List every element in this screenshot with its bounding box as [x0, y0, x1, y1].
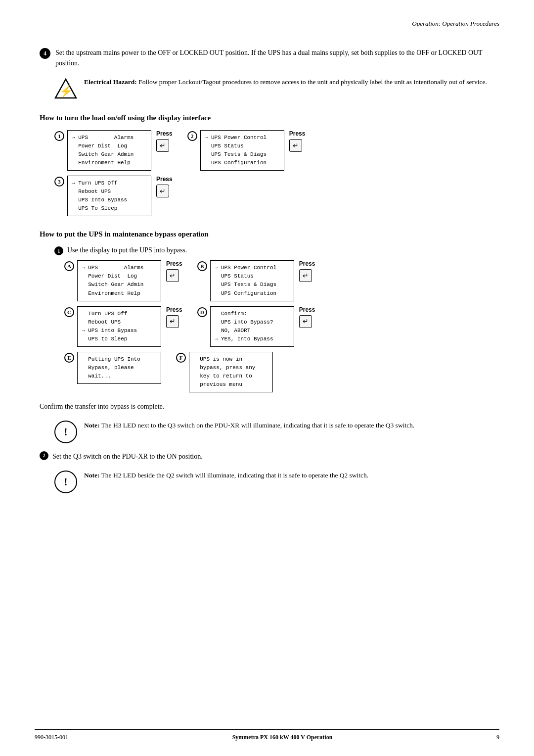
screen-b-line3: UPS Tests & Diags — [215, 282, 276, 287]
screen-e-line1: Putting UPS Into — [82, 356, 140, 362]
screen-1-line1: → UPS Alarms — [72, 135, 134, 141]
footer-center: Symmetra PX 160 kW 400 V Operation — [232, 734, 333, 741]
screen-3-enter-btn[interactable]: ↵ — [156, 185, 169, 197]
step-4: 4 Set the upstream mains power to the OF… — [40, 47, 499, 68]
screen-2-label: 2 — [187, 131, 197, 141]
note1-icon: ! — [54, 421, 77, 443]
screen-c-box: Turn UPS Off Reboot UPS → UPS into Bypas… — [77, 306, 161, 347]
screen-d-label: D — [197, 307, 207, 317]
screen-a-press-label: Press — [166, 260, 182, 267]
note1-bold: Note: — [84, 422, 99, 429]
screen-3-content: → Turn UPS Off Reboot UPS UPS Into Bypas… — [67, 176, 151, 216]
screen-f-line2: bypass, press any — [193, 365, 255, 371]
step-2-text: Set the Q3 switch on the PDU-XR to the O… — [52, 451, 203, 462]
screen-1-box: → UPS Alarms Power Dist Log Switch Gear … — [67, 130, 151, 171]
warning-icon: ⚡ — [54, 77, 77, 100]
screen-1-press-group: Press ↵ — [156, 130, 173, 152]
note1-box: ! Note: The H3 LED next to the Q3 switch… — [54, 421, 499, 443]
screen-d-enter-btn[interactable]: ↵ — [299, 315, 312, 328]
screen-3-line3: UPS Into Bypass — [72, 197, 127, 203]
confirm-text: Confirm the transfer into bypass is comp… — [40, 401, 499, 412]
note2-text: Note: The H2 LED beside the Q2 switch wi… — [84, 471, 499, 480]
section2-screens-row1: A → UPS Alarms Power Dist Log Switch Gea… — [64, 260, 499, 301]
screen-3-press-label: Press — [156, 176, 173, 183]
screen-e-line3: wait... — [82, 373, 111, 379]
note2-bold: Note: — [84, 472, 99, 479]
screen-e-label: E — [64, 353, 74, 363]
screen-b-line2: UPS Status — [215, 273, 254, 279]
screen-d-line4: → YES, Into Bypass — [215, 336, 273, 342]
screen-e-group: E Putting UPS Into Bypass, please wait..… — [64, 352, 161, 392]
screen-f-group: F UPS is now in bypass, press any key to… — [176, 352, 273, 392]
screen-c-line1: Turn UPS Off — [82, 311, 127, 317]
step-2: 2 Set the Q3 switch on the PDU-XR to the… — [40, 451, 499, 462]
footer-left: 990-3015-001 — [35, 734, 68, 741]
screen-e-line2: Bypass, please — [82, 365, 134, 371]
screen-b-line1: → UPS Power Control — [215, 265, 276, 271]
screen-c-press-label: Press — [166, 306, 182, 313]
screen-3-line1: → Turn UPS Off — [72, 180, 117, 186]
electrical-hazard-body: Follow proper Lockout/Tagout procedures … — [137, 78, 487, 86]
screen-d-press-label: Press — [299, 306, 315, 313]
page-header: Operation: Operation Procedures — [40, 20, 499, 28]
screen-a-label: A — [64, 261, 74, 271]
substep-1-text: Use the display to put the UPS into bypa… — [67, 246, 187, 254]
note2-icon: ! — [54, 471, 77, 493]
screen-3-box: → Turn UPS Off Reboot UPS UPS Into Bypas… — [67, 176, 151, 216]
screen-d-press-group: Press ↵ — [299, 306, 315, 328]
screen-1-line2: Power Dist Log — [72, 143, 127, 149]
substep-1: 1 Use the display to put the UPS into by… — [54, 246, 499, 255]
screen-c-press-group: Press ↵ — [166, 306, 182, 328]
screen-2-press-label: Press — [289, 130, 306, 137]
screen-d-group: D Confirm: UPS into Bypass? NO, ABORT → … — [197, 306, 315, 347]
screen-3-line2: Reboot UPS — [72, 189, 111, 194]
section2-screens-row2: C Turn UPS Off Reboot UPS → UPS into Byp… — [64, 306, 499, 347]
screen-2-group: 2 → UPS Power Control UPS Status UPS Tes… — [187, 130, 306, 171]
screen-a-line2: Power Dist Log — [82, 273, 137, 279]
screen-2-enter-btn[interactable]: ↵ — [289, 139, 302, 152]
footer-right: 9 — [496, 734, 499, 741]
screen-e-box: Putting UPS Into Bypass, please wait... — [77, 352, 161, 384]
screen-d-line2: UPS into Bypass? — [215, 319, 273, 325]
electrical-hazard-text: Electrical Hazard: Follow proper Lockout… — [84, 77, 499, 87]
screen-f-label: F — [176, 353, 186, 363]
screen-b-press-group: Press ↵ — [299, 260, 315, 282]
screen-d-line3: NO, ABORT — [215, 328, 251, 333]
screen-1-line4: Environment Help — [72, 160, 131, 166]
page-footer: 990-3015-001 Symmetra PX 160 kW 400 V Op… — [35, 729, 499, 741]
note2-box: ! Note: The H2 LED beside the Q2 switch … — [54, 471, 499, 493]
section1-screens-row2: 3 → Turn UPS Off Reboot UPS UPS Into Byp… — [54, 176, 499, 216]
note2-body: The H2 LED beside the Q2 switch will ill… — [99, 472, 368, 479]
screen-d-box: Confirm: UPS into Bypass? NO, ABORT → YE… — [210, 306, 294, 347]
screen-2-line4: UPS Configuration — [205, 160, 267, 166]
screen-a-line4: Environment Help — [82, 290, 140, 296]
screen-c-line3: → UPS into Bypass — [82, 328, 137, 333]
screen-a-box: → UPS Alarms Power Dist Log Switch Gear … — [77, 260, 161, 301]
section2-heading: How to put the UPS in maintenance bypass… — [40, 230, 499, 238]
step-4-number: 4 — [40, 48, 50, 59]
screen-1-group: 1 → UPS Alarms Power Dist Log Switch Gea… — [54, 130, 173, 171]
screen-1-enter-btn[interactable]: ↵ — [156, 139, 169, 152]
screen-c-enter-btn[interactable]: ↵ — [166, 315, 179, 328]
screen-b-line4: UPS Configuration — [215, 290, 276, 296]
screen-c-line2: Reboot UPS — [82, 319, 121, 325]
screen-a-group: A → UPS Alarms Power Dist Log Switch Gea… — [64, 260, 182, 301]
note1-text: Note: The H3 LED next to the Q3 switch o… — [84, 421, 499, 430]
screen-b-enter-btn[interactable]: ↵ — [299, 269, 312, 282]
note1-body: The H3 LED next to the Q3 switch on the … — [99, 422, 414, 429]
screen-1-content: → UPS Alarms Power Dist Log Switch Gear … — [67, 130, 151, 171]
screen-c-group: C Turn UPS Off Reboot UPS → UPS into Byp… — [64, 306, 182, 347]
screen-1-line3: Switch Gear Admin — [72, 151, 134, 157]
screen-a-line1: → UPS Alarms — [82, 265, 143, 271]
step-2-bullet: 2 — [40, 451, 48, 460]
screen-b-box: → UPS Power Control UPS Status UPS Tests… — [210, 260, 294, 301]
substep-1-bullet: 1 — [54, 246, 63, 255]
screen-b-group: B → UPS Power Control UPS Status UPS Tes… — [197, 260, 315, 301]
screen-c-line4: UPS to Sleep — [82, 336, 127, 342]
step-4-text: Set the upstream mains power to the OFF … — [55, 47, 499, 68]
screen-3-group: 3 → Turn UPS Off Reboot UPS UPS Into Byp… — [54, 176, 173, 216]
screen-b-label: B — [197, 261, 207, 271]
screen-1-label: 1 — [54, 131, 64, 141]
screen-2-press-group: Press ↵ — [289, 130, 306, 152]
screen-a-enter-btn[interactable]: ↵ — [166, 269, 179, 282]
